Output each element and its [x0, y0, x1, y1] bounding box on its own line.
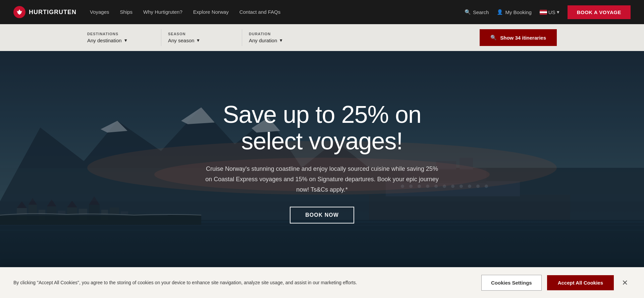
chevron-down-icon: ▾	[280, 37, 282, 43]
hero-content: Save up to 25% on select voyages! Cruise…	[171, 101, 473, 224]
book-now-button[interactable]: Book now	[290, 207, 354, 224]
filter-bar: DESTINATIONS Any destination ▾ SEASON An…	[0, 24, 644, 51]
nav-item-contact-faqs[interactable]: Contact and FAQs	[239, 9, 281, 15]
user-icon: 👤	[497, 9, 503, 15]
logo[interactable]: Hurtigruten	[13, 6, 76, 18]
search-icon: 🔍	[490, 35, 497, 41]
accept-cookies-button[interactable]: Accept All Cookies	[547, 275, 614, 290]
nav-item-voyages[interactable]: Voyages	[90, 9, 109, 15]
chevron-down-icon: ▾	[124, 37, 127, 43]
cookies-settings-button[interactable]: Cookies Settings	[481, 275, 542, 291]
duration-select[interactable]: Any duration ▾	[249, 37, 303, 43]
season-label: SEASON	[168, 32, 222, 36]
book-voyage-button[interactable]: Book a voyage	[568, 5, 631, 19]
nav-links: Voyages Ships Why Hurtigruten? Explore N…	[90, 9, 280, 15]
chevron-down-icon: ▾	[557, 9, 559, 15]
hero-headline: Save up to 25% on select voyages!	[171, 101, 473, 154]
locale-selector[interactable]: US ▾	[540, 9, 559, 15]
logo-text: Hurtigruten	[29, 9, 76, 16]
destinations-select[interactable]: Any destination ▾	[87, 37, 141, 43]
filter-divider-1	[161, 29, 161, 46]
filter-divider-2	[242, 29, 242, 46]
navbar: Hurtigruten Voyages Ships Why Hurtigrute…	[0, 0, 644, 24]
destinations-label: DESTINATIONS	[87, 32, 141, 36]
cookie-banner: By clicking "Accept All Cookies", you ag…	[0, 267, 644, 298]
cookie-actions: Cookies Settings Accept All Cookies ✕	[481, 275, 631, 291]
duration-filter: DURATION Any duration ▾	[249, 32, 316, 43]
season-filter: SEASON Any season ▾	[168, 32, 235, 43]
show-itineraries-button[interactable]: 🔍 Show 34 itineraries	[480, 29, 557, 46]
navbar-right: 🔍 Search 👤 My Booking US ▾ Book a voyage	[465, 5, 631, 19]
close-icon: ✕	[622, 279, 628, 287]
duration-label: DURATION	[249, 32, 303, 36]
close-cookie-banner-button[interactable]: ✕	[619, 277, 631, 289]
season-select[interactable]: Any season ▾	[168, 37, 222, 43]
chevron-down-icon: ▾	[197, 37, 200, 43]
search-button[interactable]: 🔍 Search	[465, 9, 489, 15]
nav-item-why-hurtigruten[interactable]: Why Hurtigruten?	[143, 9, 182, 15]
my-booking-button[interactable]: 👤 My Booking	[497, 9, 531, 15]
us-flag-icon	[540, 10, 547, 15]
search-icon: 🔍	[465, 9, 471, 15]
navbar-left: Hurtigruten Voyages Ships Why Hurtigrute…	[13, 6, 280, 18]
cookie-text: By clicking "Accept All Cookies", you ag…	[13, 279, 468, 286]
hero-subtext: Cruise Norway's stunning coastline and e…	[205, 164, 439, 195]
nav-item-ships[interactable]: Ships	[120, 9, 133, 15]
logo-icon	[13, 6, 25, 18]
nav-item-explore-norway[interactable]: Explore Norway	[193, 9, 229, 15]
destinations-filter: DESTINATIONS Any destination ▾	[87, 32, 154, 43]
